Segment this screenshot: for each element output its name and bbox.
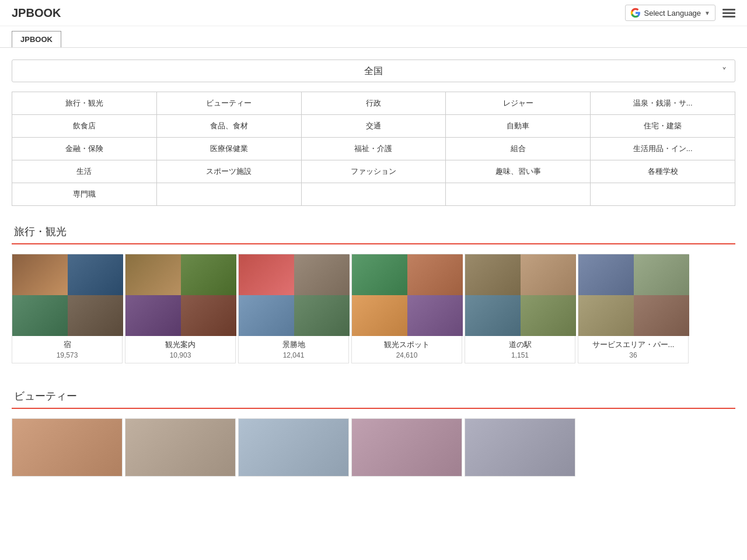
section-divider-beauty — [12, 408, 735, 409]
card-img-bottom-left — [352, 295, 407, 336]
category-grid: 旅行・観光ビューティー行政レジャー温泉・銭湯・サ...飲食店食品、食材交通自動車… — [12, 92, 735, 206]
category-row: 旅行・観光ビューティー行政レジャー温泉・銭湯・サ... — [12, 92, 735, 115]
category-cell[interactable]: 行政 — [302, 92, 446, 115]
category-cell — [446, 183, 591, 206]
header-right: Select Language ▼ — [625, 5, 736, 21]
card-images — [578, 254, 689, 336]
category-cell — [302, 183, 446, 206]
category-cell[interactable]: 旅行・観光 — [12, 92, 157, 115]
category-cell[interactable]: 交通 — [302, 115, 446, 138]
category-row: 飲食店食品、食材交通自動車住宅・建築 — [12, 115, 735, 138]
card-img-top-left — [239, 254, 294, 295]
category-cell[interactable]: レジャー — [446, 92, 591, 115]
card-img-top-left — [578, 254, 634, 295]
category-row: 金融・保険医療保健業福祉・介護組合生活用品・イン... — [12, 138, 735, 160]
card-images — [125, 254, 236, 336]
card-img-top-right — [407, 254, 463, 295]
category-cell[interactable]: 温泉・銭湯・サ... — [591, 92, 735, 115]
site-logo[interactable]: JPBOOK — [12, 6, 61, 20]
card-images — [352, 254, 463, 336]
card-count: 24,610 — [352, 351, 462, 363]
section-travel: 旅行・観光 宿19,573観光案内10,903景勝地12,041観光スポット24… — [12, 220, 735, 366]
category-cell[interactable]: 生活用品・イン... — [591, 138, 735, 160]
card-count: 12,041 — [239, 351, 348, 363]
beauty-card-grid — [12, 418, 735, 477]
category-cell[interactable]: 生活 — [12, 160, 157, 183]
beauty-card-3[interactable] — [238, 418, 349, 477]
beauty-card-5[interactable] — [465, 418, 575, 477]
card-grid-travel: 宿19,573観光案内10,903景勝地12,041観光スポット24,610道の… — [12, 254, 735, 366]
card-label: サービスエリア・パー... — [578, 336, 688, 351]
travel-card[interactable]: 道の駅1,151 — [465, 254, 575, 363]
card-img-top-left — [12, 254, 68, 295]
category-cell[interactable]: スポーツ施設 — [157, 160, 302, 183]
category-row: 生活スポーツ施設ファッション趣味、習い事各種学校 — [12, 160, 735, 183]
nav-tabs: JPBOOK — [0, 26, 747, 48]
travel-card[interactable]: サービスエリア・パー...36 — [578, 254, 689, 363]
section-divider-travel — [12, 243, 735, 244]
category-cell[interactable]: 趣味、習い事 — [446, 160, 591, 183]
header: JPBOOK Select Language ▼ — [0, 0, 747, 26]
beauty-card-2[interactable] — [125, 418, 236, 477]
prefecture-select-wrap[interactable]: 全国 ˅ — [12, 60, 735, 82]
category-cell[interactable]: 組合 — [446, 138, 591, 160]
category-cell — [591, 183, 735, 206]
card-label: 観光案内 — [125, 336, 235, 351]
category-cell[interactable]: 専門職 — [12, 183, 157, 206]
menu-bar-1 — [722, 9, 735, 10]
section-beauty: ビューティー — [12, 384, 735, 477]
card-img-top-right — [181, 254, 236, 295]
card-img-top-left — [125, 254, 181, 295]
beauty-card-4[interactable] — [351, 418, 462, 477]
main-content: 全国 ˅ 旅行・観光ビューティー行政レジャー温泉・銭湯・サ...飲食店食品、食材… — [0, 48, 747, 502]
card-img-bottom-right — [407, 295, 463, 336]
travel-card[interactable]: 宿19,573 — [12, 254, 123, 363]
section-title-beauty: ビューティー — [12, 384, 735, 408]
card-img-top-right — [68, 254, 123, 295]
card-count: 1,151 — [465, 351, 575, 363]
language-arrow: ▼ — [704, 10, 710, 16]
card-images — [465, 254, 576, 336]
category-cell[interactable]: 医療保健業 — [157, 138, 302, 160]
tab-jpbook[interactable]: JPBOOK — [12, 31, 61, 47]
category-cell[interactable]: 各種学校 — [591, 160, 735, 183]
category-cell[interactable]: 金融・保険 — [12, 138, 157, 160]
card-count: 19,573 — [12, 351, 122, 363]
card-count: 10,903 — [125, 351, 235, 363]
card-img-bottom-left — [125, 295, 181, 336]
section-title-travel: 旅行・観光 — [12, 220, 735, 243]
prefecture-select[interactable]: 全国 — [12, 60, 735, 82]
card-label: 道の駅 — [465, 336, 575, 351]
travel-card[interactable]: 観光案内10,903 — [125, 254, 236, 363]
category-cell[interactable]: ファッション — [302, 160, 446, 183]
card-count: 36 — [578, 351, 688, 363]
card-img-top-left — [352, 254, 407, 295]
card-img-top-left — [465, 254, 521, 295]
card-img-bottom-right — [68, 295, 123, 336]
card-label: 景勝地 — [239, 336, 348, 351]
category-cell[interactable]: 住宅・建築 — [591, 115, 735, 138]
menu-button[interactable] — [722, 9, 735, 18]
card-img-bottom-right — [521, 295, 576, 336]
travel-card[interactable]: 観光スポット24,610 — [351, 254, 462, 363]
category-cell[interactable]: ビューティー — [157, 92, 302, 115]
menu-bar-3 — [722, 16, 735, 18]
card-images — [239, 254, 350, 336]
category-cell[interactable]: 自動車 — [446, 115, 591, 138]
card-img-bottom-left — [12, 295, 68, 336]
card-img-bottom-right — [181, 295, 236, 336]
card-label: 宿 — [12, 336, 122, 351]
google-icon — [630, 8, 641, 18]
category-cell — [157, 183, 302, 206]
category-cell[interactable]: 飲食店 — [12, 115, 157, 138]
card-img-bottom-left — [239, 295, 294, 336]
travel-card[interactable]: 景勝地12,041 — [238, 254, 349, 363]
beauty-card-1[interactable] — [12, 418, 123, 477]
language-selector[interactable]: Select Language ▼ — [625, 5, 716, 21]
category-cell[interactable]: 福祉・介護 — [302, 138, 446, 160]
card-img-top-right — [521, 254, 576, 295]
category-row: 専門職 — [12, 183, 735, 206]
card-img-bottom-right — [294, 295, 350, 336]
category-cell[interactable]: 食品、食材 — [157, 115, 302, 138]
card-images — [12, 254, 123, 336]
